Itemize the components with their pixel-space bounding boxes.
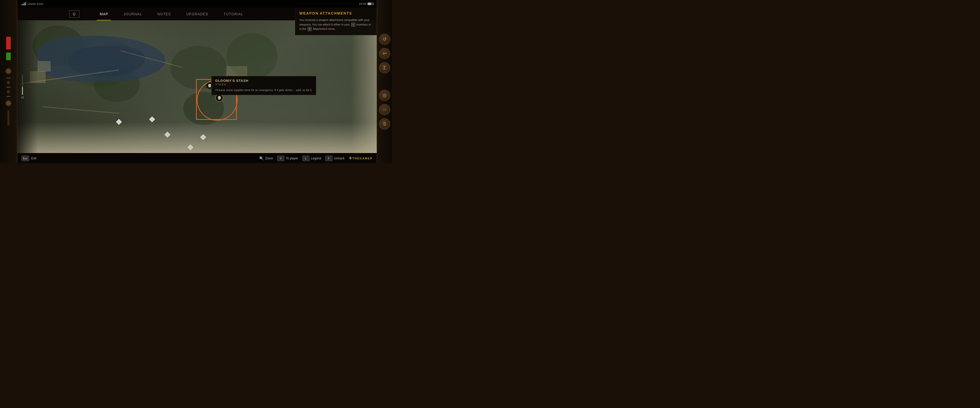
notification-text-3: Attachment menu. bbox=[313, 27, 335, 30]
notification-panel: WEAPON ATTACHMENTS You received a weapon… bbox=[295, 8, 377, 35]
tab-notes[interactable]: Notes bbox=[150, 8, 178, 21]
zone-name: Lesser Zone bbox=[27, 2, 43, 5]
bottom-left: Esc Exit bbox=[21, 156, 36, 161]
top-bar-right: 19:29 bbox=[359, 2, 372, 5]
building-1 bbox=[38, 61, 51, 71]
legend-label: Legend bbox=[311, 157, 321, 160]
map-area[interactable]: ? 💀 💀 💀 GLOOMY'S bbox=[18, 21, 377, 153]
stash-popup-avatar: 💀 bbox=[206, 82, 213, 89]
right-sidebar: ↺ ↩ Σ ◎ ↔ S bbox=[377, 0, 392, 163]
knob-2 bbox=[6, 100, 11, 106]
to-player-key-button[interactable]: V bbox=[277, 156, 284, 161]
top-bar-left: Lesser Zone bbox=[21, 2, 43, 5]
notification-text: You received a weapon attachment compati… bbox=[299, 18, 372, 31]
exit-label: Exit bbox=[31, 157, 36, 160]
logo-text: THEGAMER bbox=[352, 157, 372, 160]
logo: ✛ THEGAMER bbox=[348, 156, 372, 160]
attachment-key-icon: T bbox=[307, 27, 312, 31]
bolt-1 bbox=[6, 78, 11, 79]
right-button-3[interactable]: Σ bbox=[379, 62, 390, 73]
building-2 bbox=[30, 71, 45, 83]
signal-bars-icon bbox=[21, 2, 26, 5]
left-sidebar bbox=[0, 0, 18, 163]
right-button-4[interactable]: ◎ bbox=[379, 90, 390, 101]
signal-bar-2 bbox=[23, 3, 24, 5]
tab-notes-label: Notes bbox=[157, 12, 171, 16]
bolt-3 bbox=[6, 96, 11, 97]
to-player-label: To player bbox=[286, 157, 298, 160]
signal-bar-3 bbox=[24, 3, 25, 5]
zoom-indicator: ×2 bbox=[21, 75, 24, 99]
stash-skull-icon: 💀 bbox=[218, 96, 221, 100]
clock-time: 19:29 bbox=[359, 2, 366, 5]
stash-popup-title: GLOOMY'S STASH bbox=[215, 79, 312, 83]
tab-q-key[interactable]: Q bbox=[62, 8, 92, 21]
inventory-key-icon: I bbox=[351, 23, 355, 27]
logo-symbol: ✛ bbox=[348, 156, 352, 160]
signal-bar-1 bbox=[21, 4, 22, 5]
to-player-action: V To player bbox=[277, 156, 298, 161]
right-button-2[interactable]: ↩ bbox=[379, 48, 390, 59]
side-detail bbox=[7, 110, 10, 125]
stash-avatar-icon: 💀 bbox=[208, 84, 212, 87]
stash-popup: 💀 GLOOMY'S STASH STASH I'll leave some s… bbox=[211, 76, 316, 95]
zoom-bar bbox=[22, 75, 23, 95]
battery-fill bbox=[368, 3, 371, 5]
diamond-marker-3 bbox=[165, 133, 169, 137]
diamond-marker-2 bbox=[150, 117, 154, 121]
diamond-marker-5 bbox=[188, 145, 192, 149]
right-button-5[interactable]: ↔ bbox=[379, 104, 390, 115]
tab-journal-label: Journal bbox=[124, 12, 142, 16]
stash-popup-subtitle: STASH bbox=[215, 83, 312, 86]
untrack-action: F Untrack bbox=[325, 156, 345, 161]
diamond-marker-4 bbox=[201, 135, 205, 139]
bottom-bar: Esc Exit 🔍 Zoom V To player L Legend F U… bbox=[18, 153, 377, 163]
top-bar: Lesser Zone 19:29 bbox=[18, 0, 377, 8]
tab-upgrades-label: Upgrades bbox=[186, 12, 208, 16]
untrack-label: Untrack bbox=[334, 157, 345, 160]
tab-tutorial[interactable]: Tutorial bbox=[216, 8, 251, 21]
bottom-right: 🔍 Zoom V To player L Legend F Untrack ✛ … bbox=[259, 156, 372, 161]
right-button-1[interactable]: ↺ bbox=[379, 34, 390, 45]
right-button-6[interactable]: S bbox=[379, 118, 390, 130]
legend-key-button[interactable]: L bbox=[302, 156, 310, 161]
tab-map-label: Map bbox=[100, 12, 108, 16]
tab-upgrades[interactable]: Upgrades bbox=[179, 8, 216, 21]
tab-tutorial-label: Tutorial bbox=[224, 12, 243, 16]
q-key-box: Q bbox=[69, 10, 80, 17]
legend-action: L Legend bbox=[302, 156, 321, 161]
tab-journal[interactable]: Journal bbox=[116, 8, 150, 21]
bolt-2 bbox=[6, 87, 11, 88]
screw-2 bbox=[7, 90, 10, 93]
untrack-key-button[interactable]: F bbox=[325, 156, 332, 161]
exit-key-button[interactable]: Esc bbox=[21, 156, 29, 161]
notification-title: WEAPON ATTACHMENTS bbox=[299, 11, 372, 15]
zoom-action: 🔍 Zoom bbox=[259, 156, 273, 160]
battery-icon bbox=[368, 3, 372, 5]
zoom-icon: 🔍 bbox=[259, 156, 264, 160]
screw-1 bbox=[7, 81, 10, 84]
zoom-action-label: Zoom bbox=[265, 157, 273, 160]
zoom-bar-fill bbox=[22, 87, 23, 95]
diamond-marker-1 bbox=[117, 120, 121, 124]
nav-tabs: Q Map Journal Notes Upgrades Tutorial bbox=[18, 8, 295, 21]
zoom-level-label: ×2 bbox=[21, 96, 24, 99]
signal-bar-4 bbox=[25, 2, 26, 5]
main-content: Lesser Zone 19:29 Q Map Journal Notes Up… bbox=[18, 0, 377, 163]
tab-map[interactable]: Map bbox=[92, 8, 116, 21]
knob-1 bbox=[6, 68, 11, 74]
red-indicator bbox=[6, 37, 11, 49]
green-indicator bbox=[6, 52, 11, 60]
stash-popup-description: I'll leave some supplies here for an eme… bbox=[215, 88, 312, 92]
